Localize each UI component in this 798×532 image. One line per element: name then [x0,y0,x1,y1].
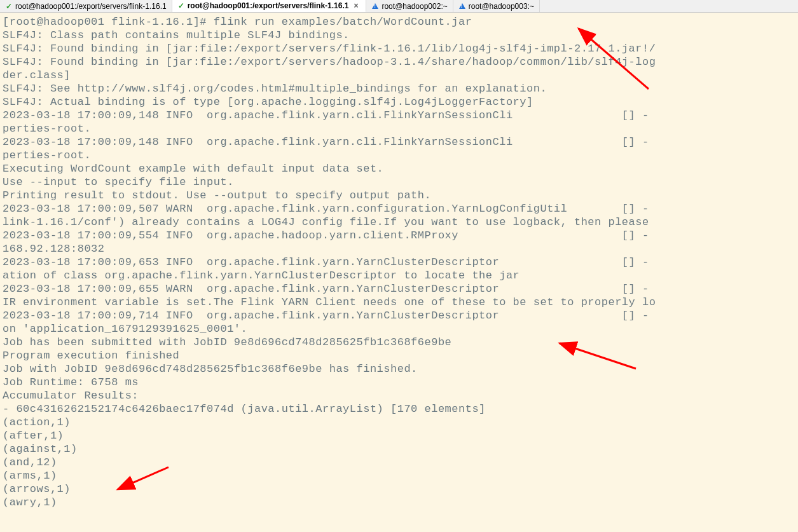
close-icon[interactable]: × [351,1,361,10]
tab-label: root@hadoop003:~ [469,2,534,11]
terminal-line: Printing result to stdout. Use --output … [3,189,795,202]
warning-icon [371,3,379,10]
terminal-line: Program execution finished [3,349,795,362]
terminal-line: 168.92.128:8032 [3,242,795,256]
terminal-line: - 60c4316262152174c6426baec17f074d (java… [3,402,795,416]
terminal-line: IR environment variable is set.The Flink… [3,296,795,309]
check-icon: ✓ [5,3,13,10]
check-icon: ✓ [177,2,185,10]
terminal-line: SLF4J: See http://www.slf4j.org/codes.ht… [3,82,795,95]
terminal-line: perties-root. [3,122,795,135]
terminal-line: (arrows,1) [3,482,795,496]
terminal-output[interactable]: [root@hadoop001 flink-1.16.1]# flink run… [0,13,798,512]
terminal-line: SLF4J: Found binding in [jar:file:/expor… [3,55,795,69]
tab-2[interactable]: root@hadoop002:~ [366,0,453,12]
warning-icon [458,3,466,10]
tab-label: root@hadoop001:/export/servers/flink-1.1… [188,1,349,10]
tab-bar: ✓root@hadoop001:/export/servers/flink-1.… [0,0,798,13]
terminal-line: Job Runtime: 6758 ms [3,376,795,389]
terminal-line: on 'application_1679129391625_0001'. [3,322,795,336]
terminal-line: (arms,1) [3,469,795,482]
terminal-line: Job with JobID 9e8d696cd748d285625fb1c36… [3,362,795,376]
terminal-line: SLF4J: Class path contains multiple SLF4… [3,29,795,42]
terminal-line: (action,1) [3,416,795,429]
terminal-line: 2023-03-18 17:00:09,507 WARN org.apache.… [3,202,795,215]
terminal-line: Use --input to specify file input. [3,175,795,189]
terminal-line: SLF4J: Actual binding is of type [org.ap… [3,95,795,109]
terminal-line: 2023-03-18 17:00:09,148 INFO org.apache.… [3,109,795,122]
tab-1[interactable]: ✓root@hadoop001:/export/servers/flink-1.… [172,0,367,12]
terminal-line: (after,1) [3,429,795,442]
terminal-line: 2023-03-18 17:00:09,655 WARN org.apache.… [3,282,795,296]
terminal-line: ation of class org.apache.flink.yarn.Yar… [3,269,795,282]
terminal-line: link-1.16.1/conf') already contains a LO… [3,215,795,229]
terminal-line: [root@hadoop001 flink-1.16.1]# flink run… [3,15,795,29]
tab-0[interactable]: ✓root@hadoop001:/export/servers/flink-1.… [0,0,172,12]
terminal-line: 2023-03-18 17:00:09,714 INFO org.apache.… [3,309,795,322]
terminal-line: (awry,1) [3,496,795,509]
tab-3[interactable]: root@hadoop003:~ [453,0,540,12]
terminal-line: 2023-03-18 17:00:09,148 INFO org.apache.… [3,135,795,149]
terminal-line: Job has been submitted with JobID 9e8d69… [3,336,795,349]
tab-label: root@hadoop001:/export/servers/flink-1.1… [15,2,167,11]
tab-label: root@hadoop002:~ [382,2,447,11]
terminal-line: Accumulator Results: [3,389,795,402]
terminal-line: 2023-03-18 17:00:09,653 INFO org.apache.… [3,256,795,269]
terminal-line: 2023-03-18 17:00:09,554 INFO org.apache.… [3,229,795,242]
terminal-line: (and,12) [3,456,795,469]
terminal-line: perties-root. [3,149,795,162]
terminal-line: SLF4J: Found binding in [jar:file:/expor… [3,42,795,55]
terminal-line: Executing WordCount example with default… [3,162,795,175]
terminal-line: der.class] [3,69,795,82]
terminal-line: (against,1) [3,442,795,456]
